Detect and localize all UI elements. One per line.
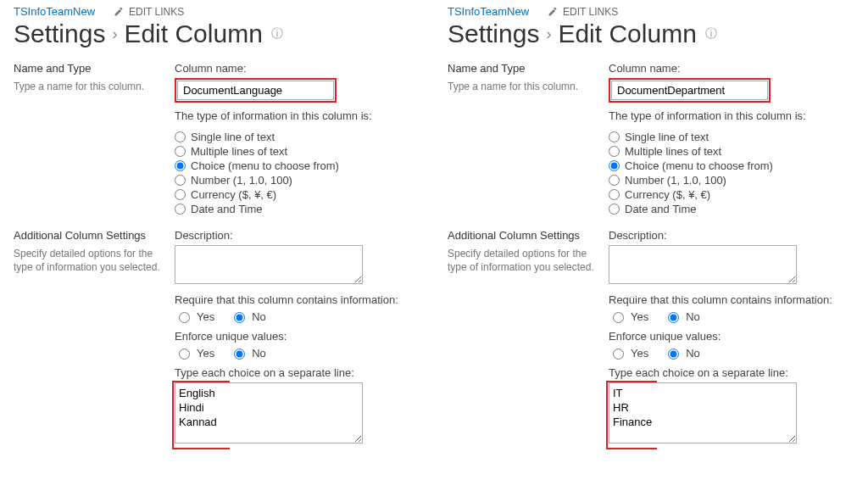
type-info-label: The type of information in this column i… bbox=[609, 109, 854, 122]
require-label: Require that this column contains inform… bbox=[175, 293, 420, 306]
type-label-choice: Choice (menu to choose from) bbox=[625, 159, 773, 172]
unique-label: Enforce unique values: bbox=[175, 330, 420, 343]
edit-links-button[interactable]: EDIT LINKS bbox=[114, 6, 184, 18]
highlight-column-name bbox=[175, 78, 337, 103]
breadcrumb-page: Edit Column bbox=[558, 21, 696, 47]
edit-links-label: EDIT LINKS bbox=[129, 6, 184, 18]
type-label-datetime: Date and Time bbox=[625, 203, 697, 215]
type-radio-currency[interactable] bbox=[609, 189, 620, 200]
section-name-type-sub: Type a name for this column. bbox=[448, 80, 597, 93]
description-label: Description: bbox=[175, 229, 420, 242]
type-label-currency: Currency ($, ¥, €) bbox=[625, 188, 710, 201]
section-additional-sub: Specify detailed options for the type of… bbox=[448, 247, 597, 274]
breadcrumb: Settings › Edit Column ⓘ bbox=[14, 21, 420, 47]
type-radio-single[interactable] bbox=[175, 131, 186, 142]
type-label-choice: Choice (menu to choose from) bbox=[191, 159, 339, 172]
section-name-type: Name and Type bbox=[14, 62, 163, 75]
type-label-multi: Multiple lines of text bbox=[625, 145, 721, 158]
type-radio-number[interactable] bbox=[609, 175, 620, 186]
type-radio-group: Single line of text Multiple lines of te… bbox=[175, 131, 420, 215]
type-radio-choice[interactable] bbox=[609, 160, 620, 171]
unique-yes-radio[interactable] bbox=[613, 349, 624, 360]
site-link[interactable]: TSInfoTeamNew bbox=[14, 5, 95, 18]
type-radio-multi[interactable] bbox=[175, 146, 186, 157]
require-no-radio[interactable] bbox=[234, 312, 245, 323]
type-radio-group: Single line of text Multiple lines of te… bbox=[609, 131, 854, 215]
require-yes-radio[interactable] bbox=[179, 312, 190, 323]
unique-no-label: No bbox=[686, 347, 700, 360]
site-link[interactable]: TSInfoTeamNew bbox=[448, 5, 529, 18]
type-label-number: Number (1, 1.0, 100) bbox=[191, 174, 292, 187]
type-label-number: Number (1, 1.0, 100) bbox=[625, 174, 726, 187]
type-radio-multi[interactable] bbox=[609, 146, 620, 157]
require-yes-radio[interactable] bbox=[613, 312, 624, 323]
breadcrumb-page: Edit Column bbox=[124, 21, 262, 47]
type-label-single: Single line of text bbox=[625, 131, 709, 143]
info-icon[interactable]: ⓘ bbox=[271, 26, 283, 42]
breadcrumb-settings[interactable]: Settings bbox=[448, 21, 539, 47]
breadcrumb-settings[interactable]: Settings bbox=[14, 21, 105, 47]
require-yes-label: Yes bbox=[631, 310, 648, 323]
type-radio-single[interactable] bbox=[609, 131, 620, 142]
highlight-column-name bbox=[609, 78, 771, 103]
choices-textarea[interactable] bbox=[175, 382, 363, 444]
unique-yes-radio[interactable] bbox=[179, 349, 190, 360]
type-radio-datetime[interactable] bbox=[609, 204, 620, 215]
description-label: Description: bbox=[609, 229, 854, 242]
unique-yes-label: Yes bbox=[197, 347, 214, 360]
choices-textarea[interactable] bbox=[609, 382, 797, 444]
require-no-radio[interactable] bbox=[668, 312, 679, 323]
column-name-input[interactable] bbox=[611, 81, 768, 100]
type-radio-currency[interactable] bbox=[175, 189, 186, 200]
description-textarea[interactable] bbox=[175, 245, 363, 284]
edit-links-label: EDIT LINKS bbox=[563, 6, 618, 18]
type-label-currency: Currency ($, ¥, €) bbox=[191, 188, 276, 201]
type-radio-number[interactable] bbox=[175, 175, 186, 186]
chevron-right-icon: › bbox=[546, 25, 551, 43]
require-no-label: No bbox=[252, 310, 266, 323]
breadcrumb: Settings › Edit Column ⓘ bbox=[448, 21, 854, 47]
chevron-right-icon: › bbox=[112, 25, 117, 43]
type-info-label: The type of information in this column i… bbox=[175, 109, 420, 122]
unique-label: Enforce unique values: bbox=[609, 330, 854, 343]
unique-no-radio[interactable] bbox=[668, 349, 679, 360]
unique-no-radio[interactable] bbox=[234, 349, 245, 360]
column-name-label: Column name: bbox=[609, 62, 854, 75]
pencil-icon bbox=[548, 7, 558, 17]
unique-yes-label: Yes bbox=[631, 347, 648, 360]
require-yes-label: Yes bbox=[197, 310, 214, 323]
type-radio-choice[interactable] bbox=[175, 160, 186, 171]
section-name-type: Name and Type bbox=[448, 62, 597, 75]
edit-links-button[interactable]: EDIT LINKS bbox=[548, 6, 618, 18]
column-name-label: Column name: bbox=[175, 62, 420, 75]
section-additional-sub: Specify detailed options for the type of… bbox=[14, 247, 163, 274]
description-textarea[interactable] bbox=[609, 245, 797, 284]
unique-no-label: No bbox=[252, 347, 266, 360]
section-additional: Additional Column Settings bbox=[448, 229, 597, 242]
choices-label: Type each choice on a separate line: bbox=[609, 366, 854, 379]
info-icon[interactable]: ⓘ bbox=[705, 26, 717, 42]
section-additional: Additional Column Settings bbox=[14, 229, 163, 242]
choices-label: Type each choice on a separate line: bbox=[175, 366, 420, 379]
type-radio-datetime[interactable] bbox=[175, 204, 186, 215]
pencil-icon bbox=[114, 7, 124, 17]
pane-right: TSInfoTeamNew EDIT LINKS Settings › Edit… bbox=[434, 0, 868, 491]
column-name-input[interactable] bbox=[177, 81, 334, 100]
require-no-label: No bbox=[686, 310, 700, 323]
type-label-datetime: Date and Time bbox=[191, 203, 263, 215]
pane-left: TSInfoTeamNew EDIT LINKS Settings › Edit… bbox=[0, 0, 434, 491]
type-label-single: Single line of text bbox=[191, 131, 275, 143]
section-name-type-sub: Type a name for this column. bbox=[14, 80, 163, 93]
type-label-multi: Multiple lines of text bbox=[191, 145, 287, 158]
require-label: Require that this column contains inform… bbox=[609, 293, 854, 306]
